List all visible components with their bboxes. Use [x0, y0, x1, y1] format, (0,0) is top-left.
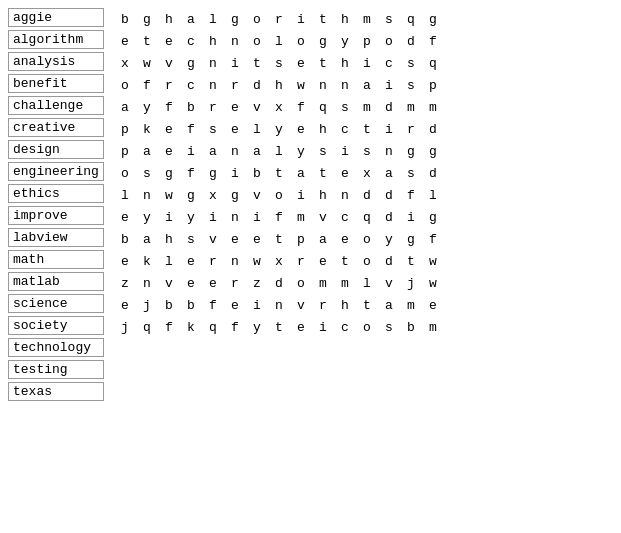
grid-cell: w — [136, 52, 158, 74]
grid-cell: v — [378, 272, 400, 294]
grid-cell: d — [268, 272, 290, 294]
grid-row: osgfgibtatexasd — [114, 162, 613, 184]
grid-area: bghalgorithmsqgetechnologypodfxwvgnitset… — [114, 8, 613, 525]
grid-cell: e — [158, 118, 180, 140]
grid-cell: a — [136, 228, 158, 250]
grid-row: etechnologypodf — [114, 30, 613, 52]
grid-cell: s — [312, 140, 334, 162]
grid-cell: y — [378, 228, 400, 250]
grid-cell: f — [224, 316, 246, 338]
grid-cell: a — [312, 228, 334, 250]
grid-cell: e — [224, 294, 246, 316]
grid-row: znveerzdommlvjw — [114, 272, 613, 294]
grid-cell: t — [136, 30, 158, 52]
grid-cell: y — [180, 206, 202, 228]
grid-cell: t — [246, 52, 268, 74]
grid-cell: q — [312, 96, 334, 118]
grid-cell: r — [202, 96, 224, 118]
grid-cell: q — [136, 316, 158, 338]
grid-cell: m — [422, 96, 444, 118]
grid-cell: y — [246, 316, 268, 338]
grid-cell: v — [312, 206, 334, 228]
grid-cell: d — [422, 162, 444, 184]
grid-cell: b — [114, 8, 136, 30]
grid-cell: q — [422, 52, 444, 74]
grid-row: eyiyinifmvcqdig — [114, 206, 613, 228]
grid-cell: o — [114, 162, 136, 184]
grid-cell: x — [268, 96, 290, 118]
grid-cell: p — [290, 228, 312, 250]
grid-cell: e — [224, 228, 246, 250]
grid-cell: i — [180, 140, 202, 162]
grid-cell: w — [290, 74, 312, 96]
grid-cell: w — [422, 272, 444, 294]
grid-cell: r — [224, 272, 246, 294]
grid-cell: l — [158, 250, 180, 272]
grid-cell: e — [334, 228, 356, 250]
grid-cell: o — [246, 30, 268, 52]
grid-cell: j — [136, 294, 158, 316]
grid-cell: b — [180, 294, 202, 316]
word-item: testing — [8, 360, 104, 379]
grid-cell: g — [400, 140, 422, 162]
grid-cell: t — [356, 294, 378, 316]
grid-cell: g — [180, 184, 202, 206]
grid-cell: s — [356, 140, 378, 162]
grid-cell: g — [180, 52, 202, 74]
grid-cell: v — [158, 272, 180, 294]
grid-cell: p — [114, 140, 136, 162]
grid-cell: t — [312, 52, 334, 74]
grid-cell: l — [114, 184, 136, 206]
grid-cell: x — [114, 52, 136, 74]
grid-cell: n — [136, 272, 158, 294]
grid-cell: y — [136, 96, 158, 118]
grid-cell: h — [334, 8, 356, 30]
grid-cell: n — [224, 140, 246, 162]
grid-cell: f — [400, 184, 422, 206]
grid-cell: a — [378, 294, 400, 316]
grid-row: ofrcnrdhwnnaisp — [114, 74, 613, 96]
grid-cell: r — [224, 74, 246, 96]
grid-cell: a — [378, 162, 400, 184]
grid-cell: m — [422, 316, 444, 338]
grid-cell: s — [378, 316, 400, 338]
grid-cell: y — [334, 30, 356, 52]
grid-cell: e — [158, 30, 180, 52]
word-item: challenge — [8, 96, 104, 115]
grid-cell: x — [202, 184, 224, 206]
grid-cell: r — [312, 294, 334, 316]
grid-cell: d — [378, 206, 400, 228]
grid-cell: z — [114, 272, 136, 294]
grid-cell: s — [378, 8, 400, 30]
grid-cell: a — [136, 140, 158, 162]
grid-cell: y — [136, 206, 158, 228]
grid-cell: t — [312, 8, 334, 30]
grid-cell: n — [224, 250, 246, 272]
grid-cell: v — [202, 228, 224, 250]
grid-cell: c — [180, 74, 202, 96]
grid-cell: e — [290, 316, 312, 338]
grid-cell: s — [180, 228, 202, 250]
grid-row: eklernwxretodtw — [114, 250, 613, 272]
grid-cell: e — [312, 250, 334, 272]
grid-cell: e — [180, 250, 202, 272]
grid-cell: l — [268, 30, 290, 52]
grid-row: pkefselyehctird — [114, 118, 613, 140]
word-item: technology — [8, 338, 104, 357]
grid-cell: l — [268, 140, 290, 162]
word-item: matlab — [8, 272, 104, 291]
word-item: design — [8, 140, 104, 159]
grid-cell: i — [246, 206, 268, 228]
grid-cell: a — [114, 96, 136, 118]
grid-cell: p — [422, 74, 444, 96]
grid-cell: g — [422, 206, 444, 228]
grid-cell: y — [290, 140, 312, 162]
grid-cell: g — [136, 8, 158, 30]
grid-cell: r — [400, 118, 422, 140]
grid-cell: r — [268, 8, 290, 30]
grid-cell: f — [202, 294, 224, 316]
word-item: engineering — [8, 162, 104, 181]
grid-cell: h — [334, 52, 356, 74]
grid-row: jqfkqfyteicosbm — [114, 316, 613, 338]
grid-cell: o — [378, 30, 400, 52]
